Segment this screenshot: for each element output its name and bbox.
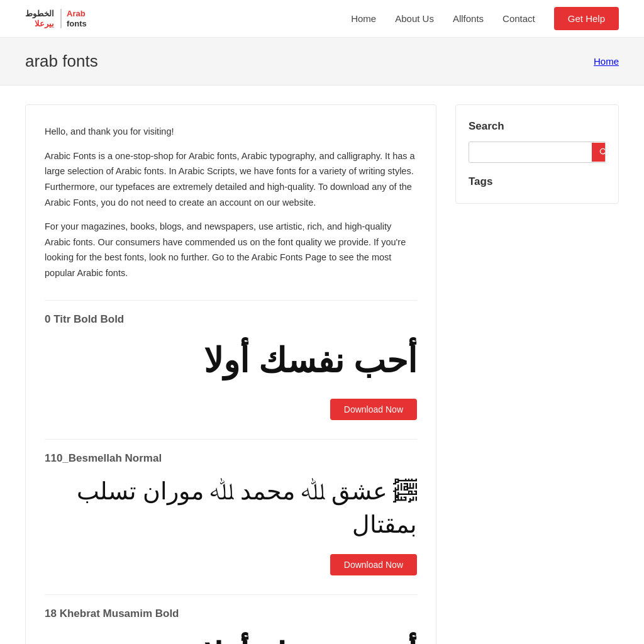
download-button-wrap: Download Now — [45, 399, 417, 420]
nav-allfonts[interactable]: Allfonts — [453, 13, 484, 24]
font-item: 110_Besmellah Normal ﷽ عشق ﷲ محمد ﷲ مورا… — [45, 439, 417, 575]
main-nav: Home About Us Allfonts Contact Get Help — [351, 7, 619, 30]
get-help-button[interactable]: Get Help — [554, 7, 619, 30]
sidebar-box: Search Tags — [455, 104, 619, 204]
nav-home[interactable]: Home — [351, 13, 376, 24]
font-item: 0 Titr Bold Bold أحب نفسك أولا Download … — [45, 300, 417, 420]
svg-line-1 — [605, 153, 606, 156]
font-item: 18 Khebrat Musamim Bold أحب نفسك أولا — [45, 594, 417, 644]
download-now-button[interactable]: Download Now — [330, 554, 417, 575]
search-row — [469, 142, 606, 163]
search-button[interactable] — [592, 143, 606, 162]
site-header: الخطوط بيرعلا Arab fonts Home About Us A… — [0, 0, 644, 38]
font-preview-text: أحب نفسك أولا — [204, 341, 417, 380]
download-now-button[interactable]: Download Now — [330, 399, 417, 420]
page-title-bar: arab fonts Home — [0, 38, 644, 86]
logo-arabic-text: الخطوط بيرعلا — [25, 9, 54, 28]
intro-cta: For your magazines, books, blogs, and ne… — [45, 219, 417, 281]
font-preview: أحب نفسك أولا — [45, 336, 417, 386]
font-name: 0 Titr Bold Bold — [45, 313, 417, 326]
font-preview-text: أحب نفسك أولا — [204, 636, 417, 644]
page-title: arab fonts — [25, 52, 98, 71]
tags-title: Tags — [469, 175, 606, 188]
logo-arab-text: Arab — [67, 9, 86, 18]
search-input[interactable] — [469, 142, 592, 162]
nav-contact[interactable]: Contact — [502, 13, 535, 24]
nav-about-us[interactable]: About Us — [395, 13, 434, 24]
breadcrumb-home[interactable]: Home — [594, 56, 619, 67]
font-name: 110_Besmellah Normal — [45, 452, 417, 465]
content-area: Hello, and thank you for visiting! Arabi… — [25, 104, 436, 644]
search-title: Search — [469, 120, 606, 133]
main-container: Hello, and thank you for visiting! Arabi… — [0, 86, 644, 644]
font-preview: ﷽ عشق ﷲ محمد ﷲ موران تسلب بمقتال — [45, 475, 417, 541]
search-icon — [599, 148, 606, 157]
sidebar: Search Tags — [455, 104, 619, 644]
site-logo[interactable]: الخطوط بيرعلا Arab fonts — [25, 9, 87, 28]
font-preview: أحب نفسك أولا — [45, 630, 417, 644]
svg-point-0 — [600, 148, 605, 153]
font-name: 18 Khebrat Musamim Bold — [45, 608, 417, 620]
download-button-wrap: Download Now — [45, 554, 417, 575]
logo-fonts-text: fonts — [67, 19, 87, 28]
font-preview-calligraphy: ﷽ عشق ﷲ محمد ﷲ موران تسلب بمقتال — [45, 475, 417, 541]
intro-greeting: Hello, and thank you for visiting! — [45, 124, 417, 140]
intro-description: Arabic Fonts is a one-stop-shop for Arab… — [45, 148, 417, 211]
